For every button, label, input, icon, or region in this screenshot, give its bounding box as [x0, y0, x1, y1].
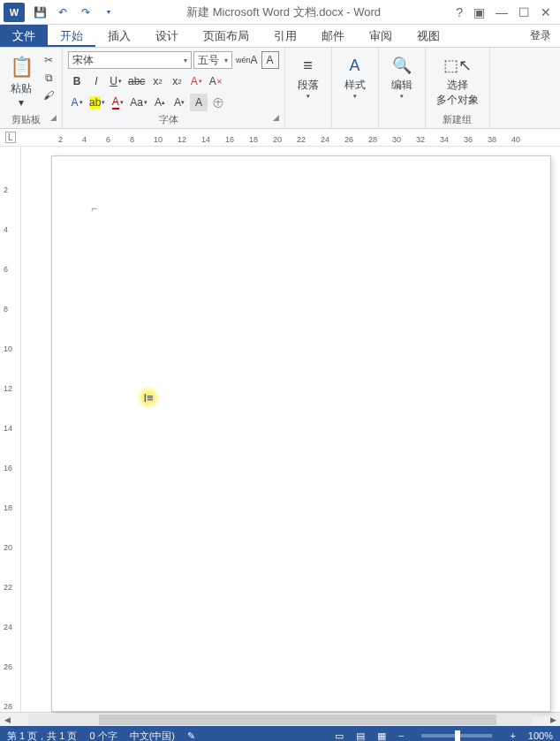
ruler-tick: 14	[201, 135, 210, 144]
shrink-font-button[interactable]: A▾	[170, 94, 188, 111]
paragraph-button[interactable]: ≡ 段落 ▾	[291, 51, 326, 102]
editing-label: 编辑	[391, 78, 412, 93]
editing-button[interactable]: 🔍 编辑 ▾	[384, 51, 420, 102]
insert-mode-icon[interactable]: ✎	[187, 730, 195, 742]
web-layout-icon[interactable]: ▦	[377, 730, 386, 742]
ruler-tick: 40	[511, 135, 520, 144]
ruler-tick: 4	[4, 225, 8, 234]
chevron-down-icon: ▾	[353, 93, 357, 100]
tab-view[interactable]: 视图	[405, 25, 452, 47]
character-border-button[interactable]: A	[261, 51, 279, 69]
zoom-knob[interactable]	[455, 730, 460, 741]
read-mode-icon[interactable]: ▭	[335, 730, 344, 742]
copy-icon[interactable]: ⧉	[41, 71, 57, 85]
italic-button[interactable]: I	[87, 72, 105, 90]
vertical-ruler[interactable]: 246810121416182022242628	[0, 147, 21, 712]
font-launcher-icon[interactable]: ◢	[273, 113, 279, 122]
tab-references[interactable]: 引用	[261, 25, 309, 47]
paragraph-icon: ≡	[296, 53, 321, 78]
grow-font-button[interactable]: A▴	[151, 94, 169, 111]
maximize-icon[interactable]: ☐	[518, 5, 530, 19]
font-name-value: 宋体	[72, 53, 94, 68]
styles-icon: A	[343, 53, 367, 78]
select-objects-button[interactable]: ⬚↖ 选择 多个对象	[431, 51, 484, 110]
paste-button[interactable]: 📋 粘贴 ▾	[5, 51, 37, 110]
ruler-tick: 6	[4, 265, 8, 274]
character-shading-button[interactable]: A	[190, 94, 208, 111]
change-case-button[interactable]: Aa▾	[128, 94, 149, 111]
tab-layout[interactable]: 页面布局	[191, 25, 261, 47]
select-objects-icon: ⬚↖	[445, 53, 470, 78]
ruler-tick: 30	[392, 135, 401, 144]
ruler-tick: 22	[297, 135, 306, 144]
horizontal-scrollbar[interactable]: ◀ ▶	[0, 712, 560, 726]
styles-button[interactable]: A 样式 ▾	[337, 51, 373, 102]
document-area[interactable]: ⌐ I≡	[21, 147, 560, 712]
zoom-level[interactable]: 100%	[528, 730, 553, 741]
phonetic-label: wén	[236, 56, 251, 64]
clipboard-launcher-icon[interactable]: ◢	[50, 113, 57, 122]
bold-button[interactable]: B	[68, 72, 86, 90]
zoom-slider[interactable]	[421, 734, 492, 737]
font-size-combo[interactable]: 五号▾	[193, 51, 232, 69]
scroll-right-icon[interactable]: ▶	[546, 715, 560, 724]
subscript-button[interactable]: x2	[148, 72, 166, 90]
print-layout-icon[interactable]: ▤	[356, 730, 365, 742]
redo-icon[interactable]: ↷	[78, 4, 94, 20]
tab-mail[interactable]: 邮件	[309, 25, 357, 47]
ruler-tick: 18	[249, 135, 258, 144]
horizontal-ruler[interactable]: L 246810121416182022242628303234363840	[0, 129, 560, 147]
tab-design[interactable]: 设计	[143, 25, 191, 47]
highlight-button[interactable]: ab▾	[87, 94, 107, 111]
enclose-characters-button[interactable]: ㊉	[209, 94, 227, 111]
ruler-tick: 38	[488, 135, 496, 144]
close-icon[interactable]: ✕	[541, 5, 551, 19]
sign-in-link[interactable]: 登录	[521, 25, 560, 47]
ribbon: 📋 粘贴 ▾ ✂ ⧉ 🖌 剪贴板◢ 宋体▾ 五号▾ wénA A B I	[0, 48, 560, 129]
font-color-button[interactable]: A▾	[68, 94, 86, 111]
ruler-tick: 12	[178, 135, 186, 144]
help-icon[interactable]: ?	[456, 5, 463, 19]
ruler-tick: 26	[344, 135, 353, 144]
font-fill-button[interactable]: A▾	[109, 94, 126, 111]
zoom-in-icon[interactable]: +	[510, 730, 515, 741]
page[interactable]: ⌐	[51, 155, 551, 712]
undo-icon[interactable]: ↶	[55, 4, 71, 20]
language-status[interactable]: 中文(中国)	[130, 730, 175, 742]
strikethrough-button[interactable]: abc	[126, 72, 147, 90]
page-status[interactable]: 第 1 页，共 1 页	[7, 730, 77, 742]
chevron-down-icon: ▾	[19, 96, 24, 109]
tab-insert[interactable]: 插入	[95, 25, 143, 47]
ribbon-options-icon[interactable]: ▣	[473, 5, 485, 19]
ruler-tick: 2	[58, 135, 63, 144]
status-bar: 第 1 页，共 1 页 0 个字 中文(中国) ✎ ▭ ▤ ▦ − + 100%	[0, 726, 560, 741]
scroll-thumb[interactable]	[99, 715, 496, 725]
paste-label: 粘贴	[11, 81, 32, 96]
font-name-combo[interactable]: 宋体▾	[68, 51, 192, 69]
tab-selector-icon[interactable]: L	[5, 132, 16, 143]
group-paragraph: ≡ 段落 ▾	[285, 48, 332, 128]
text-effects-button[interactable]: A▾	[187, 72, 205, 90]
ruler-tick: 10	[4, 344, 12, 353]
superscript-button[interactable]: x2	[168, 72, 185, 90]
file-tab[interactable]: 文件	[0, 25, 48, 47]
save-icon[interactable]: 💾	[32, 4, 48, 20]
clear-format-button[interactable]: A✕	[207, 72, 224, 90]
zoom-out-icon[interactable]: −	[398, 730, 404, 741]
ruler-tick: 20	[4, 543, 12, 552]
quick-access-toolbar: 💾 ↶ ↷ ▾	[28, 4, 120, 20]
chevron-down-icon: ▾	[306, 93, 310, 100]
scroll-left-icon[interactable]: ◀	[0, 715, 14, 724]
qat-customize-icon[interactable]: ▾	[101, 4, 117, 20]
scroll-track[interactable]	[28, 714, 532, 726]
underline-button[interactable]: U▾	[107, 72, 125, 90]
tab-home[interactable]: 开始	[48, 25, 95, 47]
tab-review[interactable]: 审阅	[357, 25, 405, 47]
cut-icon[interactable]: ✂	[41, 53, 57, 67]
group-font: 宋体▾ 五号▾ wénA A B I U▾ abc x2 x2 A▾ A✕ A▾…	[63, 48, 285, 128]
word-count[interactable]: 0 个字	[89, 730, 117, 742]
phonetic-guide-button[interactable]: wénA	[234, 51, 260, 69]
format-painter-icon[interactable]: 🖌	[41, 88, 57, 102]
cursor-highlight-icon: I≡	[136, 385, 161, 410]
minimize-icon[interactable]: —	[496, 5, 508, 19]
